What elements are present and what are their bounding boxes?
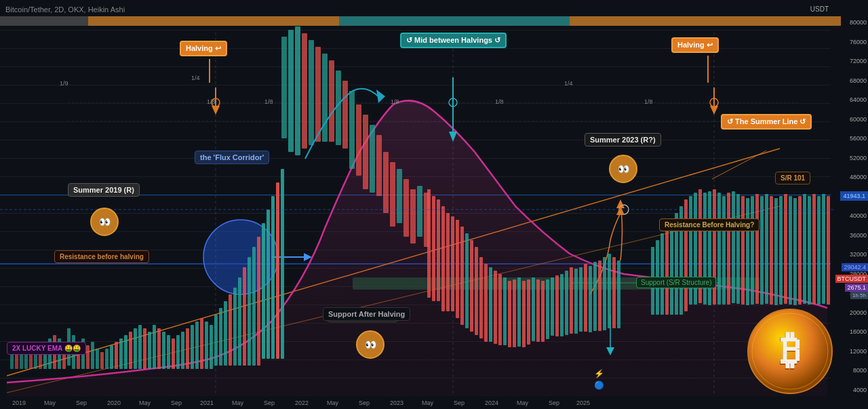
price-56000: 56000 (832, 135, 867, 142)
svg-rect-118 (475, 247, 478, 335)
current-price-badge: 41943.1 (840, 191, 868, 201)
svg-rect-99 (243, 267, 246, 366)
svg-rect-141 (584, 264, 587, 332)
svg-rect-136 (560, 274, 564, 336)
svg-rect-156 (684, 199, 688, 311)
lightning-icon: ⚡ (594, 369, 604, 378)
svg-rect-84 (172, 338, 175, 369)
svg-rect-143 (593, 262, 597, 331)
svg-rect-23 (417, 186, 422, 237)
chart-title: Bitcoin/Tether, 2D, OKX, Heikin Ashi (5, 5, 125, 14)
date-1-8-2: 1/8 (264, 98, 273, 105)
svg-rect-139 (574, 269, 578, 334)
svg-rect-125 (508, 281, 511, 347)
time-may-3: May (232, 400, 243, 406)
svg-rect-94 (219, 308, 222, 366)
svg-rect-79 (148, 332, 151, 369)
svg-rect-111 (441, 206, 445, 311)
svg-rect-182 (808, 196, 811, 305)
time-may-1: May (44, 400, 56, 406)
svg-rect-119 (479, 257, 483, 338)
svg-rect-106 (276, 182, 279, 359)
svg-rect-88 (191, 325, 194, 369)
svg-rect-67 (91, 342, 94, 369)
price-20000: 20000 (832, 309, 867, 316)
halving-2-stem (707, 56, 709, 83)
svg-line-49 (712, 151, 766, 179)
price-64000: 64000 (832, 96, 867, 103)
price-76000: 76000 (832, 39, 867, 45)
svg-rect-169 (746, 198, 749, 305)
info-icon: 🔵 (594, 381, 604, 390)
svg-rect-4 (288, 30, 294, 152)
svg-rect-134 (551, 277, 554, 336)
svg-rect-179 (793, 198, 797, 305)
svg-rect-171 (755, 194, 759, 304)
svg-rect-112 (446, 213, 450, 311)
svg-rect-102 (257, 237, 260, 366)
svg-rect-20 (397, 169, 402, 223)
summer-2023-circle: 👀 (609, 155, 637, 183)
resistance-before-2-label: Resistance Before Halving? (659, 218, 760, 231)
svg-rect-11 (336, 71, 341, 145)
price-72000: 72000 (832, 58, 867, 64)
svg-rect-180 (798, 196, 802, 305)
svg-rect-9 (322, 54, 328, 142)
time-2021: 2021 (200, 400, 214, 406)
sr-101-label: S/R 101 (775, 172, 810, 184)
svg-rect-186 (827, 196, 830, 305)
svg-rect-6 (302, 33, 307, 149)
svg-rect-151 (660, 233, 664, 315)
summer-2019-circle: 👀 (90, 208, 119, 236)
svg-rect-96 (229, 294, 232, 366)
svg-rect-86 (181, 332, 184, 369)
time-may-2: May (139, 400, 151, 406)
svg-rect-7 (309, 40, 314, 145)
btcusdt-badge: BTCUSDT (835, 275, 869, 283)
time-2020: 2020 (107, 400, 121, 406)
svg-rect-137 (565, 271, 568, 335)
svg-rect-16 (370, 125, 375, 193)
svg-rect-82 (162, 332, 165, 369)
svg-rect-127 (517, 277, 521, 347)
svg-text:₿: ₿ (781, 328, 800, 372)
timeframe-badge: 1h 5h (850, 292, 868, 299)
summer-2023-label: Summer 2023 (R?) (585, 133, 661, 147)
resistance-before-label: Resistance before halving (54, 250, 149, 263)
svg-rect-69 (100, 352, 104, 369)
time-2025: 2025 (576, 400, 590, 406)
price-48000: 48000 (832, 174, 867, 180)
lucky-ema-label: 2X LUCKY EMA 🤑🤑 (7, 342, 86, 355)
time-may-4: May (327, 400, 338, 406)
svg-rect-81 (157, 328, 161, 369)
svg-rect-8 (315, 47, 321, 142)
svg-rect-147 (612, 257, 616, 328)
time-2024: 2024 (485, 400, 498, 406)
svg-rect-110 (437, 199, 440, 301)
svg-rect-172 (760, 196, 764, 305)
svg-rect-170 (751, 196, 754, 305)
price-badge-2: 29042.4 (842, 263, 868, 271)
svg-rect-89 (195, 322, 199, 369)
svg-rect-152 (665, 227, 669, 315)
svg-rect-107 (281, 169, 284, 359)
svg-marker-27 (376, 90, 385, 103)
svg-rect-114 (456, 220, 459, 318)
svg-rect-140 (579, 267, 583, 332)
svg-rect-142 (589, 266, 592, 332)
svg-rect-168 (741, 196, 745, 305)
price-4000: 4000 (832, 387, 867, 393)
price-8000: 8000 (832, 367, 867, 374)
svg-rect-100 (248, 257, 251, 366)
svg-rect-117 (470, 240, 473, 332)
svg-rect-121 (489, 267, 492, 342)
svg-rect-166 (732, 191, 735, 303)
time-axis: 2019 May Sep 2020 May Sep 2021 May Sep 2… (0, 397, 831, 409)
date-1-8-5: 1/8 (644, 98, 653, 105)
date-1-4-1: 1/4 (564, 80, 573, 87)
svg-rect-97 (233, 288, 237, 366)
svg-rect-103 (262, 223, 265, 359)
price-52000: 52000 (832, 155, 867, 161)
svg-rect-87 (186, 328, 189, 369)
price-16000: 16000 (832, 328, 867, 335)
